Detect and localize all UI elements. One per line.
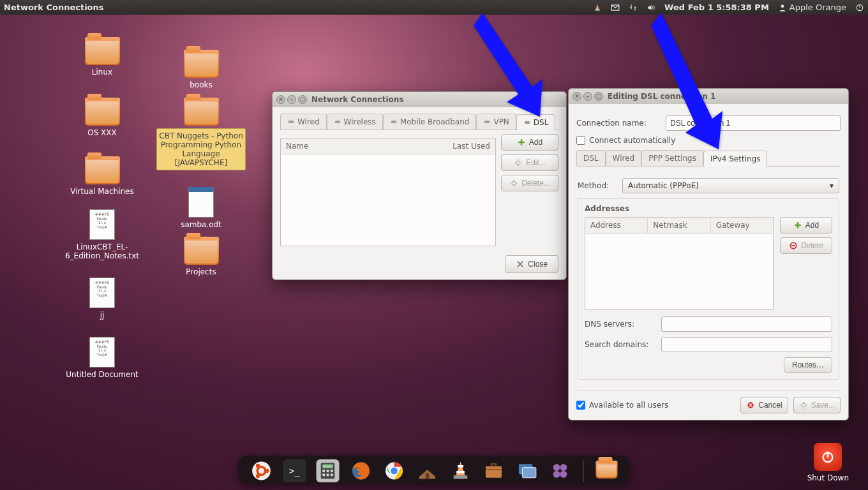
save-button[interactable]: Save... (793, 397, 841, 413)
tab-wireless[interactable]: Wireless (327, 114, 383, 130)
svg-point-9 (512, 181, 516, 185)
shutdown-launcher[interactable]: Shut Down (807, 443, 849, 482)
power-icon[interactable] (855, 3, 864, 12)
window-title: Network Connections (311, 95, 404, 104)
search-domains-label: Search domains: (585, 340, 655, 349)
dock-vlc-icon[interactable] (449, 459, 472, 482)
edit-button[interactable]: Edit... (501, 154, 558, 171)
desktop-icon[interactable]: Projects (156, 237, 246, 276)
desktop-icon-label: Linux (57, 68, 147, 77)
desktop-icon[interactable]: books (156, 50, 246, 89)
desktop-icon-label: books (156, 80, 246, 89)
edit-tabs: DSLWiredPPP SettingsIPv4 Settings (576, 150, 841, 167)
mail-icon[interactable] (611, 3, 620, 12)
dns-servers-input[interactable] (661, 316, 832, 332)
close-icon[interactable]: ✕ (276, 95, 285, 104)
desktop-icon[interactable]: ###F5Featu1i. s*ss|#Untitled Document (57, 337, 147, 379)
clock[interactable]: Wed Feb 1 5:58:38 PM (664, 3, 769, 12)
svg-rect-25 (331, 474, 333, 477)
col-name[interactable]: Name (281, 138, 438, 154)
cancel-button[interactable]: Cancel (740, 397, 788, 413)
add-button[interactable]: Add (501, 134, 558, 151)
dock-settings-icon[interactable] (549, 459, 572, 482)
volume-icon[interactable] (647, 3, 655, 12)
connect-automatically-checkbox[interactable] (576, 136, 585, 145)
svg-rect-20 (322, 470, 325, 472)
dock-calculator-icon[interactable] (317, 459, 340, 482)
dock-ubuntu-icon[interactable] (250, 459, 273, 482)
col-last-used[interactable]: Last Used (438, 138, 495, 154)
svg-point-15 (265, 469, 269, 473)
svg-rect-34 (486, 466, 502, 478)
addr-add-button[interactable]: Add (780, 217, 832, 234)
available-all-users-checkbox[interactable] (576, 401, 585, 410)
dock-firefox-icon[interactable] (350, 459, 373, 482)
desktop-icon[interactable]: OS XXX (57, 98, 147, 137)
tab-ipv4-settings[interactable]: IPv4 Settings (703, 151, 768, 167)
desktop-icon[interactable]: Linux (57, 37, 147, 77)
svg-point-8 (516, 161, 520, 165)
dock-vmware-icon[interactable] (516, 459, 539, 482)
delete-button[interactable]: Delete... (501, 175, 558, 191)
method-combo[interactable]: Automatic (PPPoE)▾ (622, 178, 839, 193)
desktop-icon[interactable]: Virtual Machines (57, 156, 147, 196)
svg-point-12 (802, 403, 805, 407)
tab-dsl[interactable]: DSL (576, 150, 606, 166)
user-menu[interactable]: Apple Orange (778, 3, 846, 12)
maximize-icon[interactable]: ▢ (298, 95, 307, 104)
shutdown-label: Shut Down (807, 473, 849, 482)
tab-wired[interactable]: Wired (280, 114, 327, 130)
svg-rect-7 (525, 121, 530, 124)
addresses-label: Addresses (585, 204, 832, 213)
minimize-icon[interactable]: – (583, 92, 592, 101)
desktop-icon-label: jj (57, 311, 147, 320)
dock-software-center-icon[interactable] (483, 459, 505, 482)
arrow-annotation (474, 11, 550, 120)
svg-rect-24 (327, 474, 329, 477)
svg-rect-0 (595, 9, 600, 10)
svg-point-40 (560, 471, 567, 478)
maximize-icon[interactable]: ▢ (594, 92, 603, 101)
desktop-icon[interactable]: ###F5Featu1i. s*ss|#jj (57, 278, 147, 320)
dock-terminal-icon[interactable]: >_ (283, 459, 306, 482)
svg-rect-30 (426, 473, 429, 479)
connections-list[interactable]: Name Last Used (280, 138, 496, 246)
col-gateway[interactable]: Gateway (711, 218, 773, 233)
desktop-icon[interactable]: CBT Nuggets - Python Programming Python … (156, 98, 246, 170)
method-label: Method: (578, 181, 616, 190)
network-indicator[interactable] (629, 3, 638, 12)
dock-folder-icon[interactable] (595, 459, 618, 482)
svg-rect-36 (522, 468, 536, 478)
dock: >_ (239, 456, 630, 484)
col-netmask[interactable]: Netmask (648, 218, 710, 233)
addresses-list[interactable]: Address Netmask Gateway (585, 217, 774, 310)
dock-separator (583, 461, 584, 482)
desktop-icon-label: LinuxCBT_EL-6_Edition_Notes.txt (57, 242, 147, 260)
dock-chrome-icon[interactable] (383, 459, 406, 482)
routes-button[interactable]: Routes… (784, 357, 832, 373)
close-icon[interactable]: ✕ (572, 92, 581, 101)
desktop-icon[interactable]: samba.odt (156, 187, 246, 229)
svg-point-39 (553, 471, 560, 478)
desktop-icon-label: OS XXX (57, 128, 147, 137)
tab-ppp-settings[interactable]: PPP Settings (641, 150, 703, 166)
app-title: Network Connections (4, 3, 104, 12)
svg-rect-23 (322, 474, 325, 477)
desktop-icon[interactable]: ###F5Featu1i. s*ss|#LinuxCBT_EL-6_Editio… (57, 209, 147, 260)
dns-servers-label: DNS servers: (585, 320, 655, 329)
power-icon (814, 443, 842, 471)
tab-mobile-broadband[interactable]: Mobile Broadband (383, 114, 477, 130)
col-address[interactable]: Address (585, 218, 648, 233)
close-button[interactable]: Close (505, 255, 558, 273)
dock-files-icon[interactable] (416, 459, 439, 482)
available-all-users-label: Available to all users (589, 401, 668, 410)
svg-rect-22 (331, 470, 333, 472)
svg-rect-31 (458, 465, 463, 468)
search-domains-input[interactable] (661, 337, 832, 352)
vlc-indicator[interactable] (593, 3, 602, 12)
addr-delete-button[interactable]: Delete (780, 237, 832, 254)
minimize-icon[interactable]: – (287, 95, 296, 104)
tab-wired[interactable]: Wired (606, 150, 642, 166)
desktop-icon-label: Untitled Document (57, 370, 147, 379)
svg-point-1 (781, 4, 784, 8)
